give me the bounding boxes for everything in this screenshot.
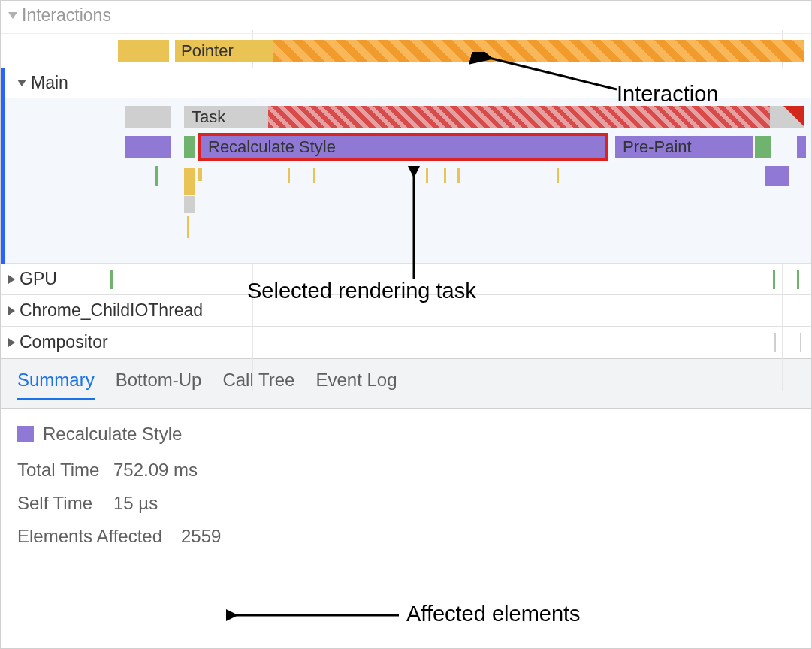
main-task-hatched[interactable] (268, 106, 770, 128)
gpu-tick (773, 270, 775, 289)
track-interactions-header[interactable]: Interactions (1, 1, 811, 30)
micro-yellow-tick (444, 168, 446, 183)
tab-event-log[interactable]: Event Log (315, 370, 397, 400)
chevron-right-icon (8, 306, 15, 315)
micro-yellow-tick (187, 216, 189, 238)
total-time-label: Total Time (17, 460, 100, 481)
micro-yellow-tick (457, 168, 460, 183)
self-time-value: 15 µs (113, 493, 158, 514)
micro-yellow-tick (313, 168, 315, 183)
track-compositor-label: Compositor (20, 332, 108, 352)
micro-green-tick (155, 166, 158, 186)
tab-summary[interactable]: Summary (17, 370, 95, 400)
track-main-header[interactable]: Main (1, 68, 811, 98)
track-main-label: Main (31, 73, 68, 93)
elements-affected-label: Elements Affected (17, 526, 168, 547)
summary-event-title: Recalculate Style (43, 424, 182, 445)
micro-yellow-tick (426, 168, 428, 183)
tab-bottom-up[interactable]: Bottom-Up (116, 370, 202, 400)
micro-yellow-tick (557, 168, 559, 183)
interaction-pointer-bar[interactable]: Pointer (175, 40, 273, 62)
micro-task[interactable] (184, 196, 195, 213)
style-block-end[interactable] (797, 136, 806, 158)
paint-block-2[interactable] (755, 136, 771, 158)
task-block[interactable] (125, 106, 171, 128)
chevron-right-icon (8, 338, 15, 347)
style-block-small[interactable] (765, 166, 789, 186)
micro-yellow-tick (184, 168, 195, 195)
task-label: Task (192, 107, 225, 127)
long-task-warning-icon (783, 106, 804, 127)
self-time-label: Self Time (17, 493, 100, 514)
pre-paint-bar[interactable]: Pre-Paint (615, 136, 753, 158)
track-gpu-label: GPU (20, 269, 57, 289)
track-child-io[interactable]: Chrome_ChildIOThread (1, 295, 811, 327)
recalculate-style-bar[interactable]: Recalculate Style (201, 136, 605, 158)
elements-affected-value: 2559 (181, 526, 221, 547)
total-time-value: 752.09 ms (113, 460, 198, 481)
compositor-tick (800, 333, 801, 352)
track-compositor[interactable]: Compositor (1, 327, 811, 358)
track-gpu[interactable]: GPU (1, 264, 811, 295)
gpu-tick (797, 270, 799, 289)
event-color-swatch (17, 426, 34, 442)
chevron-right-icon (8, 275, 15, 284)
tab-call-tree[interactable]: Call Tree (222, 370, 294, 400)
gpu-tick (110, 270, 113, 289)
paint-block[interactable] (184, 136, 195, 158)
recalc-style-label: Recalculate Style (208, 137, 336, 157)
annotation-affected: Affected elements (406, 602, 581, 626)
track-child-io-label: Chrome_ChildIOThread (20, 300, 203, 321)
interaction-pointer-bar-extended[interactable] (273, 40, 804, 62)
micro-yellow-tick (198, 168, 202, 181)
detail-tabs: Summary Bottom-Up Call Tree Event Log (1, 358, 811, 409)
main-task-bar[interactable]: Task (184, 106, 268, 128)
prepaint-label: Pre-Paint (623, 137, 692, 157)
main-track-body[interactable]: Task Recalculate Style Pre-Paint (1, 98, 811, 264)
interaction-pointer-label: Pointer (181, 41, 234, 61)
micro-yellow-tick (288, 168, 290, 183)
selection-range-marker (1, 68, 5, 264)
track-interactions-label: Interactions (22, 5, 111, 26)
interaction-block[interactable] (118, 40, 169, 62)
compositor-tick (774, 333, 776, 352)
chevron-down-icon (17, 80, 26, 86)
style-block[interactable] (125, 136, 171, 158)
chevron-down-icon (8, 12, 17, 19)
summary-panel: Recalculate Style Total Time 752.09 ms S… (1, 409, 811, 574)
